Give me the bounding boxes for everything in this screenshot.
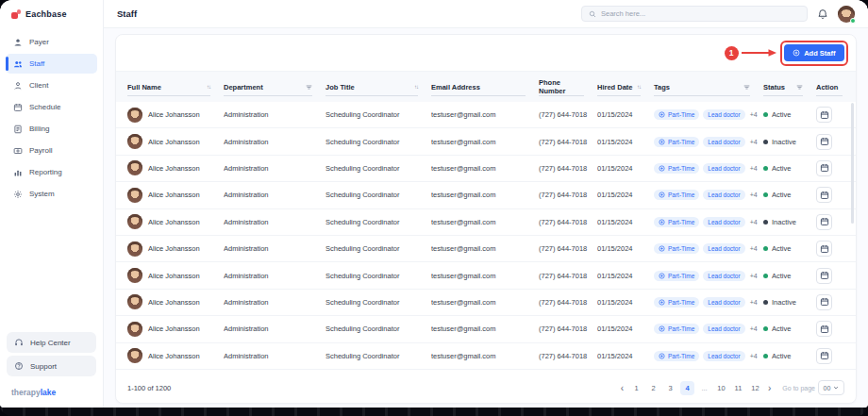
sidebar-item-help-center[interactable]: Help Center (7, 332, 96, 353)
calendar-action-button[interactable] (816, 294, 832, 310)
extra-tags-count[interactable]: +4 (749, 353, 758, 359)
table-body: Alice Johansson Administration Schedulin… (116, 102, 856, 370)
tag-pill-part-time[interactable]: Part-Time (654, 109, 699, 120)
tag-label: Part-Time (668, 353, 694, 359)
extra-tags-count[interactable]: +4 (749, 219, 758, 225)
extra-tags-count[interactable]: +4 (749, 299, 758, 306)
table-row[interactable]: Alice Johansson Administration Schedulin… (116, 290, 856, 316)
search-input[interactable] (601, 9, 800, 18)
tag-pill-lead-doctor[interactable]: Lead doctor (703, 271, 744, 281)
tag-pill-lead-doctor[interactable]: Lead doctor (703, 297, 744, 308)
extra-tags-count[interactable]: +4 (749, 165, 758, 172)
tag-pill-part-time[interactable]: Part-Time (654, 351, 699, 361)
calendar-action-button[interactable] (816, 241, 832, 257)
tag-pill-lead-doctor[interactable]: Lead doctor (703, 163, 744, 174)
extra-tags-count[interactable]: +4 (749, 191, 758, 198)
client-icon (13, 81, 23, 91)
column-header-job-title[interactable]: Job Title↑↓ (326, 72, 431, 102)
sidebar-item-system[interactable]: System (6, 184, 97, 204)
column-label: Tags (654, 83, 670, 92)
calendar-action-button[interactable] (816, 348, 832, 364)
column-header-tags[interactable]: Tags (654, 72, 763, 102)
tag-pill-lead-doctor[interactable]: Lead doctor (703, 217, 744, 227)
tag-pill-lead-doctor[interactable]: Lead doctor (703, 137, 744, 147)
calendar-action-button[interactable] (816, 187, 832, 203)
add-staff-button[interactable]: Add Staff (784, 44, 843, 61)
table-row[interactable]: Alice Johansson Administration Schedulin… (116, 128, 856, 155)
next-page-button[interactable]: › (765, 383, 774, 393)
sidebar-item-support[interactable]: Support (7, 356, 96, 376)
pagination-page-3[interactable]: 3 (663, 381, 677, 395)
pagination-page-1[interactable]: 1 (629, 381, 643, 395)
tag-pill-part-time[interactable]: Part-Time (654, 271, 699, 281)
cell-department: Administration (224, 244, 326, 253)
tag-pill-part-time[interactable]: Part-Time (654, 190, 699, 200)
table-row[interactable]: Alice Johansson Administration Schedulin… (116, 182, 856, 208)
table-row[interactable]: Alice Johansson Administration Schedulin… (116, 102, 856, 128)
table-row[interactable]: Alice Johansson Administration Schedulin… (116, 262, 856, 289)
search-box[interactable] (581, 6, 808, 22)
app-logo[interactable]: Eachbase (0, 0, 103, 30)
tag-pill-lead-doctor[interactable]: Lead doctor (703, 190, 744, 200)
user-avatar[interactable] (838, 6, 855, 23)
calendar-action-button[interactable] (816, 268, 832, 284)
tag-pill-part-time[interactable]: Part-Time (654, 243, 699, 254)
tag-pill-part-time[interactable]: Part-Time (654, 137, 699, 147)
tag-label: Lead doctor (708, 245, 740, 252)
table-row[interactable]: Alice Johansson Administration Schedulin… (116, 236, 856, 262)
pagination-page-10[interactable]: 10 (714, 381, 728, 395)
go-to-page-select[interactable]: 00 (818, 380, 844, 395)
column-header-department[interactable]: Department (224, 72, 326, 102)
table-row[interactable]: Alice Johansson Administration Schedulin… (116, 316, 856, 342)
sidebar-item-client[interactable]: Client (6, 75, 97, 95)
filter-icon[interactable] (743, 84, 750, 91)
tag-pill-part-time[interactable]: Part-Time (654, 297, 699, 308)
table-scrollbar[interactable] (851, 103, 854, 224)
extra-tags-count[interactable]: +4 (749, 139, 758, 145)
circle-plus-icon (659, 245, 665, 252)
tag-pill-part-time[interactable]: Part-Time (654, 217, 699, 227)
calendar-action-button[interactable] (816, 321, 832, 337)
filter-icon[interactable] (306, 84, 312, 91)
tag-pill-lead-doctor[interactable]: Lead doctor (703, 351, 744, 361)
column-header-hired-date[interactable]: Hired Date↑↓ (597, 72, 654, 102)
tag-pill-part-time[interactable]: Part-Time (654, 324, 699, 334)
calendar-action-button[interactable] (816, 214, 832, 230)
extra-tags-count[interactable]: +4 (749, 273, 758, 279)
column-header-full-name[interactable]: Full Name↑↓ (116, 72, 224, 102)
circle-plus-icon (659, 325, 665, 332)
extra-tags-count[interactable]: +4 (749, 245, 758, 252)
column-label: Hired Date (597, 83, 633, 92)
status-label: Active (772, 272, 791, 280)
sidebar-item-billing[interactable]: Billing (6, 119, 97, 139)
pagination-page-12[interactable]: 12 (748, 381, 762, 395)
filter-icon[interactable] (796, 84, 803, 91)
tag-pill-lead-doctor[interactable]: Lead doctor (703, 243, 744, 254)
column-header-status[interactable]: Status (763, 72, 816, 102)
sidebar-item-reporting[interactable]: Reporting (6, 162, 97, 182)
table-row[interactable]: Alice Johansson Administration Schedulin… (116, 343, 856, 370)
extra-tags-count[interactable]: +4 (749, 325, 758, 332)
tag-pill-part-time[interactable]: Part-Time (654, 163, 699, 174)
sidebar-item-payroll[interactable]: Payroll (6, 141, 97, 160)
calendar-action-button[interactable] (816, 160, 832, 176)
pagination-page-4[interactable]: 4 (680, 381, 694, 395)
tag-pill-lead-doctor[interactable]: Lead doctor (703, 109, 744, 120)
tag-pill-lead-doctor[interactable]: Lead doctor (703, 324, 744, 334)
prev-page-button[interactable]: ‹ (618, 383, 626, 393)
pagination-page-2[interactable]: 2 (646, 381, 660, 395)
calendar-action-button[interactable] (816, 134, 832, 150)
table-row[interactable]: Alice Johansson Administration Schedulin… (116, 209, 856, 236)
calendar-action-button[interactable] (816, 107, 832, 123)
table-row[interactable]: Alice Johansson Administration Schedulin… (116, 156, 856, 182)
sort-icon[interactable]: ↑↓ (637, 84, 641, 90)
sidebar-item-schedule[interactable]: Schedule (6, 97, 97, 117)
extra-tags-count[interactable]: +4 (749, 111, 758, 118)
sort-icon[interactable]: ↑↓ (414, 84, 418, 90)
pagination-page-11[interactable]: 11 (731, 381, 745, 395)
system-icon (13, 190, 23, 199)
sidebar-item-staff[interactable]: Staff (6, 54, 97, 74)
bell-icon[interactable] (817, 8, 828, 20)
sidebar-item-payer[interactable]: Payer (6, 32, 97, 52)
sort-icon[interactable]: ↑↓ (207, 84, 210, 90)
